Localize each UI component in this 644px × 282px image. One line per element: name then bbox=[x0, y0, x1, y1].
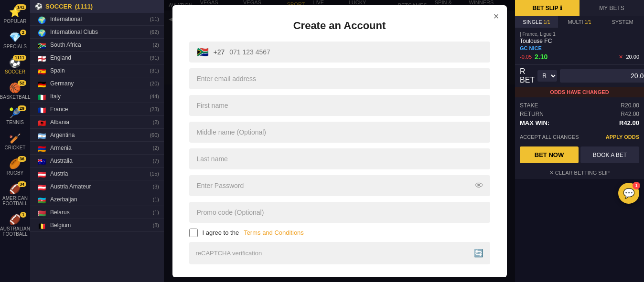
sidebar-label-england: England bbox=[50, 54, 71, 61]
sport-nav-specials[interactable]: 2 💎 SPECIALS bbox=[0, 28, 30, 53]
captcha-placeholder: reCAPTCHA verification bbox=[196, 250, 262, 257]
flag-icon-azerbaijan: 🇦🇿 bbox=[38, 197, 46, 203]
sidebar-label-australia: Australia bbox=[50, 157, 73, 164]
stake-currency-select[interactable]: R bbox=[537, 70, 557, 82]
sidebar-item-italy[interactable]: 🇮🇹 Italy (44) bbox=[30, 90, 164, 103]
terms-checkbox[interactable] bbox=[189, 229, 198, 237]
flag-icon-int-clubs: 🌍 bbox=[38, 29, 46, 35]
americanfootball-badge: 34 bbox=[18, 181, 26, 187]
accept-label: ACCEPT ALL CHANGES bbox=[520, 134, 579, 140]
odds-close-icon[interactable]: ✕ bbox=[619, 54, 623, 60]
tab-bet-slip[interactable]: BET SLIP ℹ bbox=[515, 0, 580, 16]
sidebar-item-austria[interactable]: 🇦🇹 Austria (15) bbox=[30, 167, 164, 180]
captcha-icon: 🔄 bbox=[474, 249, 483, 258]
modal-title: Create an Account bbox=[189, 20, 490, 32]
sidebar-item-belgium[interactable]: 🇧🇪 Belgium (8) bbox=[30, 219, 164, 232]
flag-icon-international: 🌍 bbox=[38, 16, 46, 22]
tennis-badge: 29 bbox=[18, 105, 26, 111]
sidebar-count-austria-amateur: (3) bbox=[153, 184, 159, 189]
sidebar-sport-icon: ⚽ bbox=[35, 3, 43, 10]
bet-team1: Toulouse FC bbox=[520, 38, 639, 44]
promo-input[interactable] bbox=[189, 202, 490, 223]
sidebar-item-england[interactable]: 🏴󠁧󠁢󠁥󠁮󠁧󠁿 England (91) bbox=[30, 52, 164, 64]
lastname-input[interactable] bbox=[189, 148, 490, 169]
sidebar-item-argentina[interactable]: 🇦🇷 Argentina (60) bbox=[30, 129, 164, 142]
tab-my-bets[interactable]: MY BETS bbox=[580, 0, 644, 16]
bet-now-button[interactable]: BET NOW bbox=[520, 146, 579, 163]
bet-match-info: | France, Ligue 1 bbox=[520, 31, 639, 37]
sport-nav-popular[interactable]: 141 ⭐ POPULAR bbox=[0, 2, 30, 28]
create-account-modal: × Create an Account 🇿🇦 +27 bbox=[172, 5, 507, 277]
return-value: R42.00 bbox=[621, 111, 639, 117]
bet-selection: GC NICE bbox=[520, 45, 639, 51]
right-panel: BET SLIP ℹ MY BETS SINGLE 1/1 MULTI 1/1 … bbox=[515, 0, 644, 282]
sport-nav-cricket[interactable]: 🏏 CRICKET bbox=[0, 129, 30, 154]
clear-betting-slip-button[interactable]: ✕ CLEAR BETTING SLIP bbox=[515, 167, 644, 179]
sport-nav-american-football[interactable]: 34 🏈 AMERICAN FOOTBALL bbox=[0, 179, 30, 210]
middlename-input[interactable] bbox=[189, 122, 490, 143]
sidebar-item-azerbaijan[interactable]: 🇦🇿 Azerbaijan (1) bbox=[30, 193, 164, 206]
flag-icon-england: 🏴󠁧󠁢󠁥󠁮󠁧󠁿 bbox=[38, 55, 46, 61]
sidebar-count-belgium: (8) bbox=[153, 222, 159, 228]
sport-nav-aus-football[interactable]: 1 🏈 AUSTRALIAN FOOTBALL bbox=[0, 210, 30, 240]
sport-nav-rugby[interactable]: 36 🏉 RUGBY bbox=[0, 154, 30, 179]
sport-navigation: 141 ⭐ POPULAR 2 💎 SPECIALS 1111 ⚽ SOCCER… bbox=[0, 0, 30, 282]
sidebar-count-italy: (44) bbox=[150, 94, 159, 99]
odds-old-value: -0.05 bbox=[520, 54, 532, 60]
sidebar-count-armenia: (2) bbox=[153, 145, 159, 151]
phone-flag-icon: 🇿🇦 bbox=[197, 46, 209, 58]
terms-link[interactable]: Terms and Conditions bbox=[244, 229, 304, 236]
bet-type-bar: SINGLE 1/1 MULTI 1/1 SYSTEM bbox=[515, 16, 644, 28]
sport-nav-tennis[interactable]: 29 🎾 TENNIS bbox=[0, 104, 30, 129]
sport-nav-soccer[interactable]: 1111 ⚽ SOCCER bbox=[0, 53, 30, 78]
sidebar-item-armenia[interactable]: 🇦🇲 Armenia (2) bbox=[30, 142, 164, 155]
sidebar-label-south-africa: South Africa bbox=[50, 42, 81, 48]
sidebar-item-france[interactable]: 🇫🇷 France (23) bbox=[30, 103, 164, 116]
bet-type-single[interactable]: SINGLE 1/1 bbox=[515, 16, 558, 28]
sidebar-item-belarus[interactable]: 🇧🇾 Belarus (1) bbox=[30, 206, 164, 219]
bet-type-system[interactable]: SYSTEM bbox=[601, 16, 644, 28]
book-bet-button[interactable]: BOOK A BET bbox=[580, 146, 639, 163]
modal-close-button[interactable]: × bbox=[494, 11, 499, 22]
sidebar-item-australia[interactable]: 🇦🇺 Australia (7) bbox=[30, 155, 164, 167]
sidebar: ⚽ SOCCER (1111) 🌍 International (11) 🌍 I… bbox=[30, 0, 164, 282]
firstname-input[interactable] bbox=[189, 95, 490, 116]
sidebar-count-belarus: (1) bbox=[153, 209, 159, 215]
sidebar-item-international[interactable]: 🌍 International (11) bbox=[30, 13, 164, 26]
sidebar-item-international-clubs[interactable]: 🌍 International Clubs (62) bbox=[30, 26, 164, 39]
stake-summary-label: STAKE bbox=[520, 102, 538, 109]
email-input[interactable] bbox=[189, 68, 490, 89]
bet-type-multi[interactable]: MULTI 1/1 bbox=[558, 16, 601, 28]
sidebar-count-spain: (31) bbox=[150, 68, 159, 73]
sidebar-item-south-africa[interactable]: 🇿🇦 South Africa (2) bbox=[30, 39, 164, 52]
sidebar-item-spain[interactable]: 🇪🇸 Spain (31) bbox=[30, 64, 164, 77]
chat-button[interactable]: 💬 1 bbox=[618, 183, 639, 204]
accept-changes-row: ACCEPT ALL CHANGES APPLY ODDS bbox=[515, 131, 644, 143]
stake-summary-row: STAKE R20.00 bbox=[520, 101, 639, 110]
phone-number-input[interactable] bbox=[229, 42, 482, 63]
sidebar-label-argentina: Argentina bbox=[50, 132, 75, 138]
betslip-info-icon: ℹ bbox=[560, 5, 562, 11]
sidebar-count-austria: (15) bbox=[150, 171, 159, 177]
return-summary-row: RETURN R42.00 bbox=[520, 110, 639, 118]
sport-nav-basketball[interactable]: 52 🏀 BASKETBALL bbox=[0, 78, 30, 104]
phone-code-label: +27 bbox=[214, 48, 225, 56]
terms-text: I agree to the bbox=[203, 229, 239, 236]
sidebar-count-int-clubs: (62) bbox=[150, 29, 159, 35]
cricket-icon: 🏏 bbox=[9, 133, 21, 144]
sidebar-item-albania[interactable]: 🇦🇱 Albania (2) bbox=[30, 116, 164, 129]
sidebar-label-international: International bbox=[50, 16, 82, 22]
soccer-label: SOCCER bbox=[5, 69, 25, 74]
apply-odds-button[interactable]: APPLY ODDS bbox=[606, 134, 639, 140]
sidebar-sport-label: SOCCER bbox=[45, 3, 72, 10]
password-input[interactable] bbox=[189, 175, 490, 196]
flag-icon-france: 🇫🇷 bbox=[38, 106, 46, 113]
rugby-badge: 36 bbox=[18, 156, 26, 162]
flag-icon-austria-amateur: 🇦🇹 bbox=[38, 184, 46, 190]
bet-actions-row: BET NOW BOOK A BET bbox=[515, 143, 644, 167]
stake-input[interactable] bbox=[560, 69, 644, 83]
password-toggle-icon[interactable]: 👁 bbox=[475, 180, 483, 190]
sidebar-item-germany[interactable]: 🇩🇪 Germany (20) bbox=[30, 77, 164, 90]
single-odds: 1/1 bbox=[544, 20, 550, 25]
sidebar-item-austria-amateur[interactable]: 🇦🇹 Austria Amateur (3) bbox=[30, 180, 164, 193]
